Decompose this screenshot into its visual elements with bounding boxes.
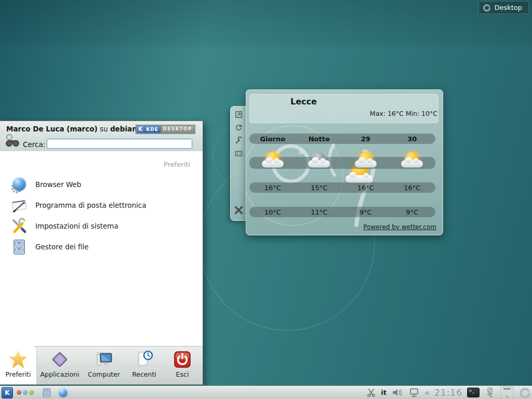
weather-tray-widget[interactable]: °C (484, 387, 496, 398)
day-temp: 16°C (249, 184, 296, 192)
strip-mark (503, 388, 511, 390)
host-name: debian (110, 125, 137, 133)
purple-diamond-icon (50, 350, 70, 369)
night-temp: 9°C (389, 208, 436, 216)
weather-tray-label: °C (487, 393, 493, 398)
menu-item-browser-web[interactable]: Browser Web (0, 174, 203, 195)
file-manager-launcher-icon[interactable] (42, 388, 52, 398)
globe-sphere (12, 177, 26, 191)
volume-icon[interactable] (391, 388, 404, 397)
tab-label: Computer (88, 370, 120, 378)
kickoff-header: Marco De Luca (marco) su debian K KDE DE… (0, 121, 203, 152)
strip-mark (507, 396, 508, 397)
terminal-tray-icon[interactable]: >_ (467, 388, 480, 397)
tray-expander-icon[interactable] (424, 391, 430, 394)
weather-icons-row (249, 157, 435, 169)
tab-label: Applicazioni (41, 370, 79, 378)
keyboard-layout-indicator[interactable]: it (381, 389, 387, 396)
cloud-icon (355, 160, 377, 167)
column-header: Giorno (249, 135, 296, 143)
network-monitor-icon[interactable] (408, 388, 420, 398)
panel-cashew-icon[interactable] (518, 387, 531, 399)
user-name: Marco De Luca (marco) (6, 125, 98, 133)
tab-preferiti[interactable]: Preferiti (0, 346, 36, 384)
bottom-panel: K it (0, 385, 532, 399)
search-label: Cerca: (23, 140, 45, 149)
cloud-icon (401, 160, 423, 167)
day-temp: 16°C (389, 184, 436, 192)
green-dot-icon[interactable] (29, 390, 34, 395)
kickoff-body: Preferiti Browser Web (0, 151, 203, 347)
tab-label: Esci (176, 370, 189, 378)
weather-applet-handle[interactable] (230, 106, 246, 221)
kickoff-launcher: Marco De Luca (marco) su debian K KDE DE… (0, 121, 203, 385)
weather-night-temps-row: 10°C 11°C 9°C 9°C (249, 207, 435, 217)
menu-item-label: Impostazioni di sistema (35, 222, 118, 230)
day-temp: 15°C (296, 184, 343, 192)
kde-logo-icon: K (137, 126, 144, 133)
desktop-toolbox-button[interactable]: Desktop (478, 1, 529, 14)
kde-menu-button[interactable]: K (2, 387, 13, 398)
desktop-toolbox-label: Desktop (494, 4, 522, 11)
globe-sphere (59, 388, 68, 397)
tab-label: Recenti (132, 370, 156, 378)
binoculars-search-icon (4, 134, 21, 149)
favorites-section-label: Preferiti (164, 161, 190, 168)
weather-day-temps-row: 16°C 15°C 16°C 16°C (249, 182, 435, 193)
blue-dot-icon[interactable] (23, 390, 28, 395)
panel-strip-widget[interactable] (500, 387, 514, 399)
menu-item-label: Programma di posta elettronica (35, 201, 146, 209)
cloud-icon (308, 160, 330, 167)
weather-column-headers: Giorno Notte 29 30 (249, 134, 435, 144)
resize-icon[interactable] (235, 111, 243, 118)
tab-label: Preferiti (6, 370, 31, 378)
tab-applicazioni[interactable]: Applicazioni (36, 347, 83, 384)
weather-condition-icon (400, 151, 424, 170)
tab-esci[interactable]: Esci (164, 347, 201, 384)
menu-item-system-settings[interactable]: Impostazioni di sistema (0, 216, 203, 236)
mail-envelope-icon (10, 196, 28, 214)
tab-recenti[interactable]: Recenti (125, 347, 164, 384)
star-icon (8, 350, 28, 369)
column-header: 30 (389, 135, 436, 143)
user-host-title: Marco De Luca (marco) su debian (6, 125, 137, 133)
weather-widget: Lecce Max: 16°C Min: 10°C Giorno Notte 2… (246, 89, 443, 235)
kde-badge-text: KDE (144, 126, 161, 133)
quick-launch-dots[interactable] (17, 390, 34, 395)
wetter-com-credit-link[interactable]: Powered by wetter.com (363, 223, 436, 231)
web-browser-launcher-icon[interactable] (58, 388, 68, 398)
weather-condition-icon (307, 151, 331, 170)
klipper-scissors-icon[interactable] (366, 388, 376, 397)
weather-max-min: Max: 16°C Min: 10°C (370, 110, 437, 117)
search-input[interactable] (47, 139, 192, 149)
weather-condition-icon (354, 151, 378, 170)
power-button-icon (172, 350, 192, 369)
file-cabinet-icon (10, 238, 28, 256)
plasma-cashew-icon (483, 4, 491, 12)
configure-wrench-icon[interactable] (235, 137, 243, 144)
menu-item-file-manager[interactable]: Gestore dei file (0, 236, 203, 257)
weather-condition-icon (261, 151, 285, 170)
night-temp: 10°C (249, 208, 296, 216)
night-temp: 11°C (296, 208, 343, 216)
konqueror-globe-icon (10, 176, 28, 193)
weather-title-box (249, 94, 438, 123)
tab-computer[interactable]: Computer (83, 347, 125, 384)
favorites-list: Browser Web (0, 174, 203, 257)
day-temp: 16°C (342, 184, 389, 192)
kickoff-tab-bar: Preferiti Applicazioni (0, 346, 203, 384)
rotate-icon[interactable] (235, 124, 243, 131)
computer-monitor-icon (94, 350, 114, 369)
close-icon[interactable] (234, 205, 244, 215)
menu-item-mail[interactable]: Programma di posta elettronica (0, 195, 203, 216)
system-tray: it 21:16 >_ °C (366, 387, 532, 399)
digital-clock[interactable]: 21:16 (434, 388, 462, 398)
desktop-badge-text: DESKTOP (161, 126, 194, 133)
cloud-icon (262, 160, 284, 167)
settings-buttons-icon[interactable] (235, 150, 243, 157)
red-dot-icon[interactable] (17, 390, 21, 395)
separator-text: su (98, 125, 110, 133)
weather-city-name: Lecce (290, 97, 317, 107)
menu-item-label: Browser Web (35, 180, 81, 189)
document-clock-icon (135, 350, 154, 369)
